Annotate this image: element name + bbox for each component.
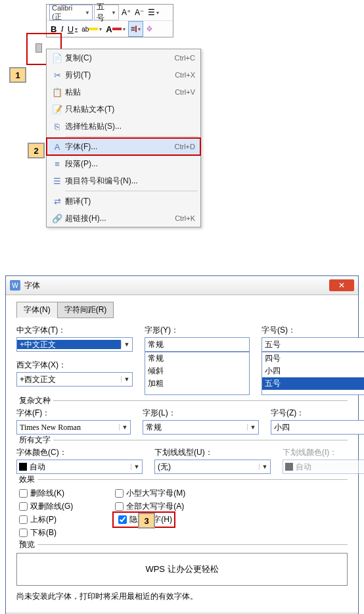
cx-size-combo[interactable]: ▼	[271, 420, 364, 435]
cn-font-label: 中文字体(T)：	[16, 325, 133, 336]
menu-item-label: 字体(F)...	[65, 141, 175, 153]
menu-item-label: 超链接(H)...	[65, 213, 175, 224]
dialog-titlebar: W 字体 ✕	[6, 276, 358, 295]
menu-item-icon: ≡	[49, 159, 65, 169]
allcaps-checkbox[interactable]	[115, 502, 124, 511]
sup-checkbox[interactable]	[19, 515, 28, 524]
menu-item[interactable]: ✂剪切(T)Ctrl+X	[47, 66, 200, 83]
tab-font[interactable]: 字体(N)	[16, 302, 58, 318]
list-item[interactable]: 倾斜	[145, 365, 249, 377]
hidden-checkbox[interactable]	[118, 515, 127, 524]
menu-item-icon: A	[49, 142, 65, 152]
cx-size-input[interactable]	[271, 423, 364, 432]
chevron-down-icon: ▼	[85, 10, 90, 16]
allcaps-label: 全部大写字母(A)	[126, 501, 184, 512]
menu-item-label: 项目符号和编号(N)...	[65, 176, 195, 187]
cx-font-combo[interactable]: ▼	[16, 420, 131, 435]
menu-item-label: 段落(P)...	[65, 158, 195, 170]
menu-item-icon: ☰	[49, 176, 65, 186]
cx-style-input[interactable]	[143, 423, 247, 432]
chevron-down-icon: ▼	[121, 376, 132, 383]
list-item[interactable]: 加粗	[145, 377, 249, 390]
smallcaps-label: 小型大写字母(M)	[126, 488, 185, 499]
cx-font-label: 字体(F)：	[16, 408, 131, 419]
font-dialog: W 字体 ✕ 字体(N) 字符间距(R) 中文字体(T)： ▼ 西文字体(X)：…	[5, 275, 359, 614]
color-swatch-icon	[19, 463, 27, 471]
cn-font-input[interactable]	[17, 340, 121, 349]
menu-item-shortcut: Ctrl+K	[175, 214, 195, 222]
font-color-combo[interactable]: ▼	[16, 460, 143, 474]
mini-toolbar: Calibri (正▼ 五号▼ A⁺ A⁻ ☰▾ B I U▾ ab▾ A▾ ≡…	[46, 4, 173, 37]
strike-checkbox[interactable]	[19, 489, 28, 498]
font-size-combo[interactable]: 五号▼	[94, 5, 119, 20]
menu-item-shortcut: Ctrl+C	[175, 54, 195, 62]
menu-item-shortcut: Ctrl+X	[175, 71, 195, 79]
underline-button[interactable]: U▾	[66, 22, 79, 35]
style-listbox[interactable]: 常规倾斜加粗	[145, 352, 250, 395]
decrease-font-button[interactable]: A⁻	[133, 6, 145, 19]
west-font-input[interactable]	[17, 375, 121, 384]
dialog-title: 字体	[24, 280, 329, 291]
menu-item-label: 只粘贴文本(T)	[65, 104, 195, 115]
menu-item[interactable]: ☰项目符号和编号(N)...	[47, 172, 200, 189]
font-size-value: 五号	[97, 1, 110, 24]
menu-item-icon: 📋	[49, 87, 65, 97]
font-name-value: Calibri (正	[52, 4, 83, 22]
line-spacing-button[interactable]: ☰▾	[147, 6, 160, 19]
list-item[interactable]: 小四	[262, 365, 364, 377]
font-color-button[interactable]: A▾	[104, 22, 126, 35]
dstrike-checkbox[interactable]	[19, 502, 28, 511]
menu-item[interactable]: ⇄翻译(T)	[47, 193, 200, 210]
menu-item[interactable]: ≡段落(P)...	[47, 155, 200, 172]
menu-item[interactable]: 📄复制(C)Ctrl+C	[47, 49, 200, 66]
menu-item-shortcut: Ctrl+V	[175, 88, 195, 96]
list-item[interactable]: 五号	[262, 377, 364, 390]
west-font-combo[interactable]: ▼	[16, 372, 133, 387]
list-item[interactable]: 四号	[262, 352, 364, 365]
menu-item-icon: ⇄	[49, 197, 65, 206]
font-color-label: 字体颜色(C)：	[16, 447, 143, 458]
dstrike-label: 双删除线(G)	[30, 501, 73, 512]
app-icon: W	[10, 280, 20, 291]
menu-separator	[65, 136, 198, 137]
menu-item[interactable]: 📝只粘贴文本(T)	[47, 101, 200, 118]
menu-item[interactable]: 🔗超链接(H)...Ctrl+K	[47, 210, 200, 227]
menu-separator	[65, 191, 198, 191]
preview-section-label: 预览	[16, 539, 37, 550]
close-button[interactable]: ✕	[329, 279, 354, 291]
smallcaps-checkbox[interactable]	[115, 489, 124, 498]
underline-color-label: 下划线颜色(I)：	[283, 447, 364, 458]
callout-badge-1: 1	[9, 67, 26, 83]
menu-item-icon: ✂	[49, 70, 65, 80]
chevron-down-icon: ▼	[119, 424, 130, 431]
underline-style-combo[interactable]: ▼	[154, 460, 271, 474]
sub-checkbox[interactable]	[19, 529, 28, 537]
underline-style-input[interactable]	[155, 462, 259, 471]
preview-box: WPS 让办公更轻松	[16, 553, 348, 586]
list-item[interactable]: 常规	[145, 352, 249, 365]
size-input-wrap[interactable]	[262, 337, 364, 352]
menu-item[interactable]: ⎘选择性粘贴(S)...	[47, 118, 200, 135]
strike-label: 删除线(K)	[30, 488, 64, 499]
font-color-input[interactable]	[27, 462, 131, 471]
size-listbox[interactable]: 四号小四五号	[262, 352, 364, 395]
style-input-wrap[interactable]	[145, 337, 250, 352]
menu-item[interactable]: 📋粘贴Ctrl+V	[47, 83, 200, 101]
cx-font-input[interactable]	[17, 423, 119, 433]
cx-style-combo[interactable]: ▼	[143, 420, 259, 435]
menu-item-label: 剪切(T)	[65, 70, 175, 81]
cn-font-combo[interactable]: ▼	[16, 337, 133, 352]
chevron-down-icon: ▼	[131, 463, 142, 470]
highlight-button[interactable]: ab▾	[80, 22, 103, 35]
font-name-combo[interactable]: Calibri (正▼	[49, 5, 93, 20]
increase-font-button[interactable]: A⁺	[120, 6, 132, 19]
paragraph-marker	[35, 43, 42, 53]
cx-size-label: 字号(Z)：	[271, 408, 364, 419]
style-input[interactable]	[145, 340, 249, 349]
align-button[interactable]: ≡▾	[128, 21, 143, 37]
format-painter-button[interactable]: ❖	[145, 22, 154, 35]
size-input[interactable]	[262, 340, 364, 349]
menu-item[interactable]: A字体(F)...Ctrl+D	[47, 138, 200, 155]
tab-spacing[interactable]: 字符间距(R)	[57, 302, 114, 318]
menu-item-label: 选择性粘贴(S)...	[65, 121, 195, 132]
